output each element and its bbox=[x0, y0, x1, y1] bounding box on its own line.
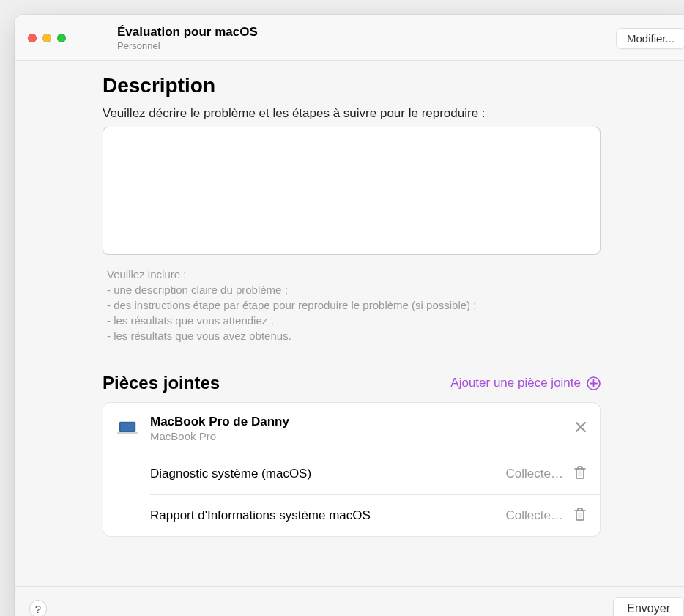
remove-device-button[interactable] bbox=[575, 421, 587, 437]
add-attachment-label: Ajouter une pièce jointe bbox=[450, 376, 581, 390]
send-button[interactable]: Envoyer bbox=[613, 597, 684, 616]
window-controls bbox=[28, 34, 66, 42]
attachment-status: Collecte… bbox=[506, 467, 563, 481]
device-info: MacBook Pro de Danny MacBook Pro bbox=[150, 415, 575, 442]
attachments-card: MacBook Pro de Danny MacBook Pro Diagnos… bbox=[103, 402, 601, 537]
hint-line: - les résultats que vous avez obtenus. bbox=[107, 328, 684, 344]
attachments-heading: Pièces jointes bbox=[103, 373, 220, 393]
content-area: Description Veuillez décrire le problème… bbox=[15, 61, 684, 586]
attachment-device-row: MacBook Pro de Danny MacBook Pro bbox=[103, 403, 600, 453]
attachment-row: Rapport d'Informations système macOS Col… bbox=[103, 495, 600, 536]
svg-rect-4 bbox=[121, 423, 135, 431]
window-subtitle: Personnel bbox=[117, 40, 616, 51]
attachment-row: Diagnostic système (macOS) Collecte… bbox=[103, 453, 600, 494]
help-button[interactable]: ? bbox=[29, 600, 47, 616]
add-attachment-button[interactable]: Ajouter une pièce jointe bbox=[450, 376, 601, 390]
device-type: MacBook Pro bbox=[150, 430, 575, 442]
trash-icon[interactable] bbox=[573, 507, 587, 524]
title-block: Évaluation pour macOS Personnel bbox=[117, 25, 616, 51]
feedback-window: Évaluation pour macOS Personnel Modifier… bbox=[15, 15, 684, 616]
description-prompt: Veuillez décrire le problème et les étap… bbox=[103, 106, 684, 121]
footer: ? Envoyer bbox=[15, 586, 684, 616]
window-title: Évaluation pour macOS bbox=[117, 25, 616, 40]
description-hints: Veuillez inclure : - une description cla… bbox=[103, 267, 684, 344]
fullscreen-window-button[interactable] bbox=[57, 34, 66, 42]
description-textarea[interactable] bbox=[103, 127, 601, 255]
description-heading: Description bbox=[103, 74, 684, 97]
hint-line: - les résultats que vous attendiez ; bbox=[107, 313, 684, 328]
svg-rect-5 bbox=[117, 432, 138, 434]
trash-icon[interactable] bbox=[573, 465, 587, 483]
plus-circle-icon bbox=[587, 376, 601, 390]
hint-line: - une description claire du problème ; bbox=[107, 282, 684, 297]
minimize-window-button[interactable] bbox=[42, 34, 51, 42]
hint-intro: Veuillez inclure : bbox=[107, 267, 684, 282]
close-window-button[interactable] bbox=[28, 34, 37, 42]
modify-button[interactable]: Modifier... bbox=[616, 28, 684, 49]
titlebar: Évaluation pour macOS Personnel Modifier… bbox=[15, 15, 684, 61]
attachment-status: Collecte… bbox=[506, 508, 563, 523]
attachments-header: Pièces jointes Ajouter une pièce jointe bbox=[103, 373, 601, 393]
hint-line: - des instructions étape par étape pour … bbox=[107, 297, 684, 313]
macbook-icon bbox=[116, 421, 138, 436]
attachment-label: Rapport d'Informations système macOS bbox=[150, 508, 506, 523]
attachment-label: Diagnostic système (macOS) bbox=[150, 467, 506, 481]
device-name: MacBook Pro de Danny bbox=[150, 415, 575, 429]
